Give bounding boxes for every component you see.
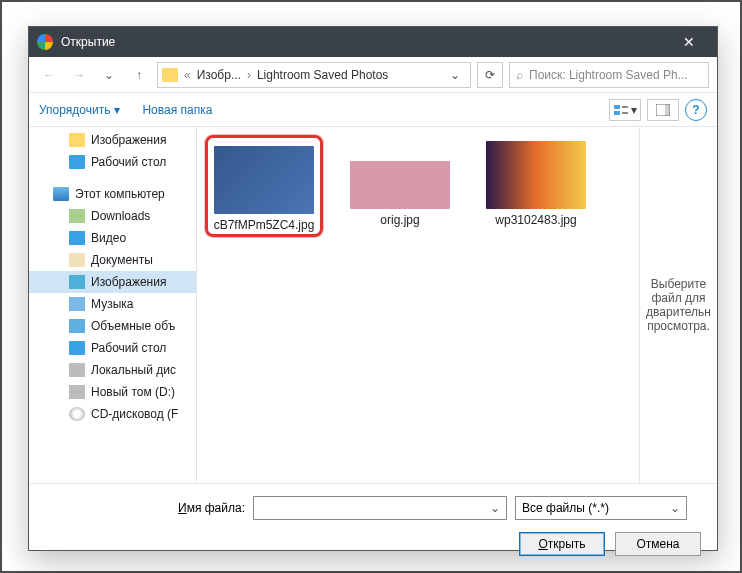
preview-pane: Выберите файл для дварительн просмотра.	[639, 127, 717, 483]
breadcrumb[interactable]: « Изобр... › Lightroom Saved Photos ⌄	[157, 62, 471, 88]
folder-icon	[162, 68, 178, 82]
tree-item-label: CD-дисковод (F	[91, 407, 178, 421]
tree-item-label: Рабочий стол	[91, 155, 166, 169]
file-name: cB7fMPm5ZC4.jpg	[210, 218, 318, 232]
chevron-icon: ›	[245, 68, 253, 82]
filetype-filter[interactable]: Все файлы (*.*) ⌄	[515, 496, 687, 520]
breadcrumb-seg-1[interactable]: Изобр...	[193, 68, 245, 82]
tree-item[interactable]: Рабочий стол	[29, 151, 196, 173]
chevron-down-icon[interactable]: ⌄	[670, 501, 680, 515]
tree-item-label: Локальный дис	[91, 363, 176, 377]
bottom-panel: Имя файла: ⌄ Все файлы (*.*) ⌄ Открыть О…	[29, 483, 717, 568]
toolbar: Упорядочить ▾ Новая папка ▾ ?	[29, 93, 717, 127]
recent-dropdown[interactable]: ⌄	[97, 63, 121, 87]
tree-item-label: Downloads	[91, 209, 150, 223]
tree-item-icon	[69, 209, 85, 223]
tree-item-label: Музыка	[91, 297, 133, 311]
tree-item-icon	[69, 275, 85, 289]
tree-item-label: Объемные объ	[91, 319, 175, 333]
tree-item[interactable]: Объемные объ	[29, 315, 196, 337]
tree-item[interactable]: CD-дисковод (F	[29, 403, 196, 425]
tree-item-label: Этот компьютер	[75, 187, 165, 201]
tree-item[interactable]: Рабочий стол	[29, 337, 196, 359]
chevron-down-icon[interactable]: ⌄	[490, 501, 500, 515]
file-list[interactable]: cB7fMPm5ZC4.jpgorig.jpgwp3102483.jpg	[197, 127, 639, 483]
tree-item-icon	[69, 297, 85, 311]
filename-row: Имя файла: ⌄ Все файлы (*.*) ⌄	[45, 496, 701, 520]
window-title: Открытие	[61, 35, 669, 49]
search-placeholder: Поиск: Lightroom Saved Ph...	[529, 68, 688, 82]
tree-item-icon	[69, 253, 85, 267]
tree-item-label: Документы	[91, 253, 153, 267]
screenshot-frame: Открытие ✕ ← → ⌄ ↑ « Изобр... › Lightroo…	[0, 0, 742, 573]
svg-rect-2	[614, 111, 620, 115]
tree-item-icon	[69, 319, 85, 333]
refresh-button[interactable]: ⟳	[477, 62, 503, 88]
tree-item-icon	[69, 231, 85, 245]
chevron-icon: «	[182, 68, 193, 82]
tree-item[interactable]: Изображения	[29, 271, 196, 293]
search-input[interactable]: ⌕ Поиск: Lightroom Saved Ph...	[509, 62, 709, 88]
tree-item-label: Видео	[91, 231, 126, 245]
file-item[interactable]: wp3102483.jpg	[477, 135, 595, 227]
tree-item[interactable]: Музыка	[29, 293, 196, 315]
tree-item[interactable]: Локальный дис	[29, 359, 196, 381]
tree-item[interactable]: Видео	[29, 227, 196, 249]
open-file-dialog: Открытие ✕ ← → ⌄ ↑ « Изобр... › Lightroo…	[28, 26, 718, 551]
forward-button[interactable]: →	[67, 63, 91, 87]
tree-item[interactable]: Новый том (D:)	[29, 381, 196, 403]
tree-item[interactable]: Downloads	[29, 205, 196, 227]
organize-menu[interactable]: Упорядочить ▾	[39, 103, 120, 117]
cancel-button[interactable]: Отмена	[615, 532, 701, 556]
tree-item-icon	[69, 133, 85, 147]
folder-tree[interactable]: ИзображенияРабочий столЭтот компьютерDow…	[29, 127, 197, 483]
file-item[interactable]: cB7fMPm5ZC4.jpg	[205, 135, 323, 237]
breadcrumb-seg-2[interactable]: Lightroom Saved Photos	[253, 68, 392, 82]
tree-item-icon	[69, 363, 85, 377]
file-item[interactable]: orig.jpg	[341, 135, 459, 227]
view-button[interactable]: ▾	[609, 99, 641, 121]
search-icon: ⌕	[516, 68, 523, 82]
tree-item-icon	[69, 385, 85, 399]
new-folder-button[interactable]: Новая папка	[142, 103, 212, 117]
close-button[interactable]: ✕	[669, 34, 709, 50]
tree-item[interactable]: Документы	[29, 249, 196, 271]
button-row: Открыть Отмена	[45, 532, 701, 556]
tree-item-label: Изображения	[91, 275, 166, 289]
file-thumbnail	[486, 141, 586, 209]
tree-item-label: Рабочий стол	[91, 341, 166, 355]
file-thumbnail	[214, 146, 314, 214]
organize-label: Упорядочить	[39, 103, 110, 117]
nav-row: ← → ⌄ ↑ « Изобр... › Lightroom Saved Pho…	[29, 57, 717, 93]
view-icon	[613, 104, 629, 116]
titlebar: Открытие ✕	[29, 27, 717, 57]
tree-item[interactable]: Этот компьютер	[29, 183, 196, 205]
tree-item-label: Изображения	[91, 133, 166, 147]
filename-input[interactable]: ⌄	[253, 496, 507, 520]
preview-icon	[656, 104, 670, 116]
chrome-icon	[37, 34, 53, 50]
breadcrumb-dropdown[interactable]: ⌄	[444, 68, 466, 82]
refresh-icon: ⟳	[485, 68, 495, 82]
file-name: orig.jpg	[341, 213, 459, 227]
back-button[interactable]: ←	[37, 63, 61, 87]
svg-rect-1	[622, 106, 628, 108]
tree-item-icon	[69, 407, 85, 421]
tree-item-label: Новый том (D:)	[91, 385, 175, 399]
tree-item-icon	[53, 187, 69, 201]
chevron-down-icon: ▾	[114, 103, 120, 117]
tree-item-icon	[69, 155, 85, 169]
help-button[interactable]: ?	[685, 99, 707, 121]
preview-text: Выберите файл для дварительн просмотра.	[646, 277, 711, 333]
open-button[interactable]: Открыть	[519, 532, 605, 556]
svg-rect-5	[665, 104, 670, 116]
svg-rect-0	[614, 105, 620, 109]
up-button[interactable]: ↑	[127, 63, 151, 87]
filename-label: Имя файла:	[45, 501, 245, 515]
tree-item[interactable]: Изображения	[29, 129, 196, 151]
body: ИзображенияРабочий столЭтот компьютерDow…	[29, 127, 717, 483]
tree-item-icon	[69, 341, 85, 355]
svg-rect-3	[622, 112, 628, 114]
preview-pane-button[interactable]	[647, 99, 679, 121]
file-thumbnail	[350, 141, 450, 209]
